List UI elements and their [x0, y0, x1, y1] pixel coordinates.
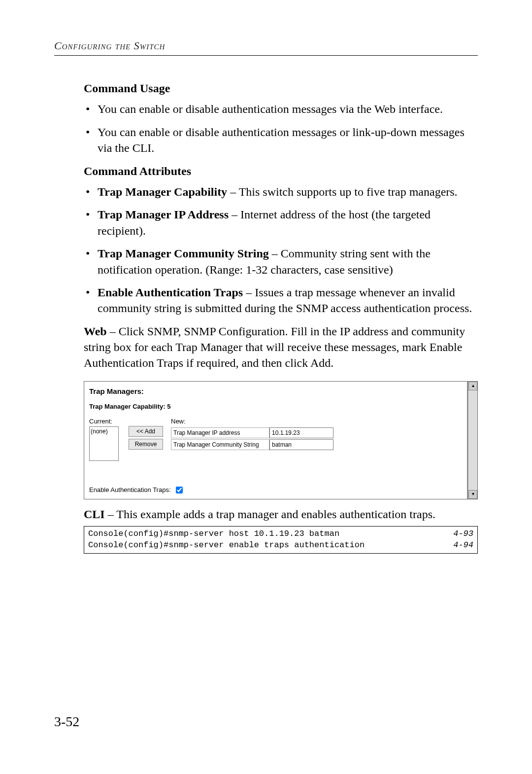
- current-label: Current:: [89, 417, 129, 426]
- new-column: New: Trap Manager IP address Trap Manage…: [168, 417, 333, 452]
- current-listbox-value: (none): [91, 428, 108, 435]
- command-attributes-list: Trap Manager Capability – This switch su…: [84, 184, 478, 317]
- attr-term: Trap Manager IP Address: [98, 208, 229, 221]
- command-attributes-item: Trap Manager IP Address – Internet addre…: [84, 207, 478, 239]
- scroll-up-button[interactable]: ▴: [468, 382, 477, 390]
- command-attributes-item: Enable Authentication Traps – Issues a t…: [84, 284, 478, 317]
- ip-address-label: Trap Manager IP address: [171, 427, 269, 438]
- attr-term: Trap Manager Community String: [98, 247, 269, 260]
- trap-manager-row: Current: (none) << Add Remove New: Trap …: [89, 417, 472, 461]
- scroll-down-button[interactable]: ▾: [468, 490, 477, 499]
- vertical-scrollbar[interactable]: ▴ ▾: [468, 382, 477, 499]
- current-listbox[interactable]: (none): [89, 426, 119, 461]
- cli-page-ref: 4-93: [447, 528, 473, 540]
- enable-auth-traps-label: Enable Authentication Traps:: [89, 486, 171, 494]
- command-usage-list: You can enable or disable authentication…: [84, 101, 478, 156]
- web-paragraph: Web – Click SNMP, SNMP Configuration. Fi…: [84, 323, 478, 371]
- bullet-text: You can enable or disable authentication…: [98, 103, 443, 115]
- cli-lead: CLI: [84, 508, 105, 521]
- cli-command: Console(config)#snmp-server enable traps…: [88, 540, 365, 551]
- command-usage-item: You can enable or disable authentication…: [84, 124, 478, 156]
- command-attributes-item: Trap Manager Capability – This switch su…: [84, 184, 478, 200]
- web-lead: Web: [84, 325, 107, 338]
- ip-row: Trap Manager IP address: [171, 427, 333, 438]
- community-string-label: Trap Manager Community String: [171, 439, 269, 450]
- cli-line: Console(config)#snmp-server enable traps…: [88, 540, 473, 551]
- command-usage-item: You can enable or disable authentication…: [84, 101, 478, 117]
- trap-manager-capability: Trap Manager Capability: 5: [89, 402, 472, 411]
- community-row: Trap Manager Community String: [171, 439, 333, 450]
- cli-page-ref: 4-94: [447, 540, 473, 551]
- bullet-text: You can enable or disable authentication…: [98, 126, 465, 154]
- cli-line: Console(config)#snmp-server host 10.1.19…: [88, 528, 473, 540]
- enable-auth-traps-row: Enable Authentication Traps:: [89, 485, 184, 495]
- enable-auth-traps-checkbox[interactable]: [176, 487, 183, 493]
- new-label: New:: [171, 417, 333, 426]
- ip-address-input[interactable]: [269, 427, 333, 438]
- header-rule: [54, 55, 478, 56]
- page: Configuring the Switch Command Usage You…: [0, 0, 532, 774]
- page-number: 3-52: [54, 714, 79, 730]
- attr-desc: – This switch supports up to five trap m…: [227, 185, 457, 198]
- command-attributes-title: Command Attributes: [84, 163, 478, 179]
- command-usage-title: Command Usage: [84, 80, 478, 96]
- cli-command: Console(config)#snmp-server host 10.1.19…: [88, 528, 339, 540]
- web-rest: – Click SNMP, SNMP Configuration. Fill i…: [84, 325, 465, 370]
- running-head-text: Configuring the Switch: [54, 39, 165, 52]
- attr-term: Trap Manager Capability: [98, 185, 227, 198]
- ui-inner: Trap Managers: Trap Manager Capability: …: [84, 382, 477, 499]
- community-string-input[interactable]: [269, 439, 333, 450]
- current-column: Current: (none): [89, 417, 129, 461]
- running-head: Configuring the Switch: [54, 39, 478, 52]
- attr-term: Enable Authentication Traps: [98, 286, 243, 299]
- trap-managers-heading: Trap Managers:: [89, 387, 472, 396]
- command-attributes-item: Trap Manager Community String – Communit…: [84, 246, 478, 278]
- trap-managers-ui: Trap Managers: Trap Manager Capability: …: [84, 381, 478, 499]
- remove-button[interactable]: Remove: [129, 439, 163, 450]
- cli-block: Console(config)#snmp-server host 10.1.19…: [84, 526, 478, 554]
- cli-rest: – This example adds a trap manager and e…: [105, 508, 435, 521]
- add-button[interactable]: << Add: [129, 426, 163, 437]
- content-block: Command Usage You can enable or disable …: [84, 80, 478, 554]
- button-column: << Add Remove: [129, 417, 168, 450]
- cli-paragraph: CLI – This example adds a trap manager a…: [84, 506, 478, 522]
